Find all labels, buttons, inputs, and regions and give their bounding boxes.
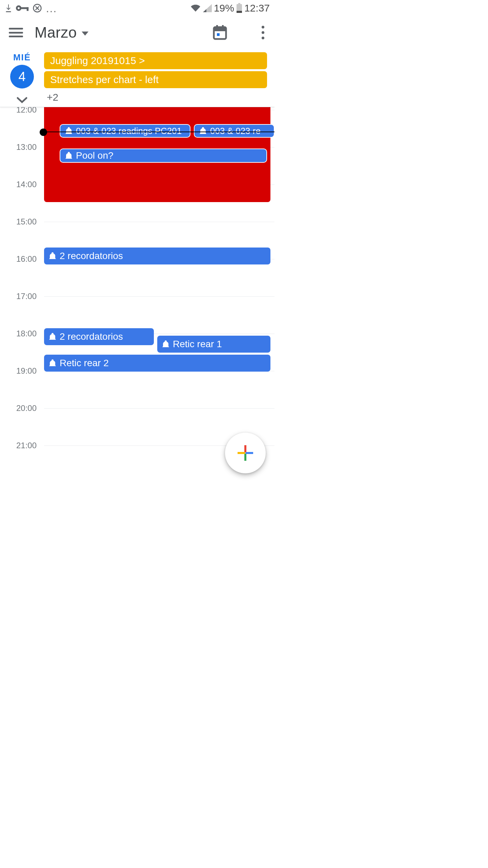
overflow-menu-button[interactable] [259,24,267,41]
hour-label: 18:00 [0,329,37,338]
hour-label: 12:00 [0,107,37,115]
allday-event[interactable]: Juggling 20191015 > [44,52,267,69]
hour-label: 15:00 [0,217,37,226]
hour-label: 21:00 [0,441,37,450]
event-task[interactable]: 003 & 023 readings PC201 [60,124,190,138]
reminder-icon [49,252,56,260]
hour-label: 17:00 [0,292,37,301]
svg-rect-12 [222,25,224,28]
create-event-fab[interactable] [225,433,266,473]
menu-button[interactable] [9,28,23,37]
day-timeline[interactable]: 12:0013:0014:0015:0016:0017:0018:0019:00… [0,107,274,482]
event-task[interactable]: Retic rear 1 [157,336,270,353]
day-header-strip: MIÉ 4 Juggling 20191015 > Stretches per … [0,49,274,107]
jump-to-today-button[interactable] [213,25,227,40]
svg-rect-0 [6,11,11,12]
now-indicator [43,132,274,132]
battery-percent: 19% [214,2,234,14]
hour-label: 14:00 [0,180,37,189]
svg-rect-13 [217,33,220,36]
reminder-icon [162,340,169,348]
reminder-icon [65,127,73,135]
expand-allday-button[interactable] [16,97,28,103]
cancel-circle-icon [33,3,42,13]
android-status-bar: … 19% 12:37 [0,0,274,16]
wifi-icon [190,4,201,12]
event-reminder-group[interactable]: 2 recordatorios [44,328,154,345]
event-task[interactable]: Pool on? [60,149,267,163]
reminder-icon [65,152,73,159]
event-task[interactable]: Retic rear 2 [44,355,270,372]
svg-rect-10 [214,27,226,31]
clock-time: 12:37 [244,2,270,14]
svg-rect-15 [244,453,246,461]
day-number-badge[interactable]: 4 [10,65,34,88]
allday-more-indicator[interactable]: +2 [44,90,267,104]
now-indicator-dot [40,129,47,136]
dropdown-triangle-icon [82,32,88,36]
month-picker[interactable]: Marzo [35,24,88,41]
vpn-key-icon [16,4,29,12]
svg-rect-11 [216,25,218,28]
allday-event[interactable]: Stretches per chart - left [44,71,267,88]
svg-rect-16 [238,452,245,454]
hour-label: 20:00 [0,403,37,413]
cell-signal-icon [203,4,212,12]
reminder-icon [199,127,207,135]
svg-rect-8 [237,11,242,13]
battery-icon [236,3,242,13]
hour-label: 19:00 [0,366,37,376]
download-icon [5,4,12,13]
event-reminder-group[interactable]: 2 recordatorios [44,248,270,264]
svg-rect-4 [27,7,28,11]
event-task[interactable]: 003 & 023 re [194,124,274,138]
hour-label: 13:00 [0,142,37,152]
svg-rect-7 [238,3,240,4]
svg-rect-17 [246,452,253,454]
reminder-icon [49,333,56,340]
month-label: Marzo [35,24,77,41]
reminder-icon [49,359,56,367]
svg-rect-14 [244,445,246,453]
app-header: Marzo [0,16,274,49]
svg-point-2 [18,7,20,9]
hour-label: 16:00 [0,254,37,264]
weekday-label: MIÉ [13,52,31,63]
